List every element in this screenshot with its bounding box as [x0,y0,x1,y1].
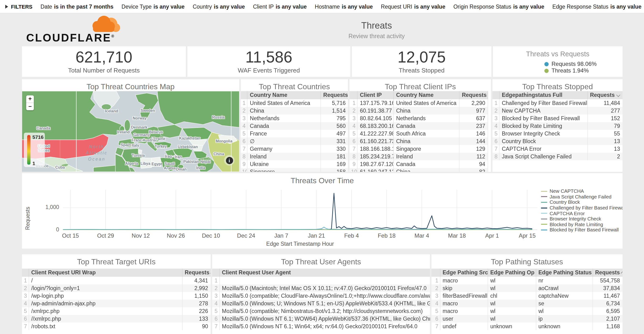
legend-label: Threats 1.94% [552,67,589,74]
filter-item[interactable]: Client IPis any value [253,4,306,9]
map-info-icon[interactable]: i [224,155,234,166]
table-header-row: Edge Pathing SrcEdge Pathing OpEdge Path… [432,269,622,277]
country-label: Uzbekistan [178,145,198,149]
sort-desc-icon [488,94,488,96]
panel-title: Top Threat Client IPs [350,79,491,91]
table-cell: Challenged by Filter Based Firewall [499,99,587,107]
table-cell: 2,290 [459,99,488,107]
filter-field: Date [40,4,52,9]
table-cell: Ukraine [247,160,320,168]
column-header: Edge Pathing Op [488,269,536,277]
table-row: 5/xmlrpc.php226 [22,307,211,315]
column-header[interactable]: Requests [320,91,348,99]
chart-legend-item[interactable]: Browser Integrity Check [541,216,622,222]
legend-line-icon [541,196,547,197]
filter-item[interactable]: Request URIis any value [381,4,445,9]
page-subtitle: Review threat activity [348,33,405,40]
table-cell: 188.166.188.152 [357,145,394,153]
table-cell: Java Script Challenge Failed [499,153,587,160]
table-cell: 79 [587,122,622,130]
chart-legend-item[interactable]: Blocked by Rate Limiting [541,222,622,227]
panel-title: Top Threat User Agents [212,254,430,266]
chart-legend-item[interactable]: Country Block [541,199,622,205]
row-number-header [492,91,499,99]
filter-item[interactable]: Countryis any value [192,4,245,9]
chart-legend-item[interactable]: Blocked by Filter Based Firewall [541,227,622,233]
table-row: 6//xmlrpc.php133 [22,315,211,322]
country-label: Cuba [55,165,65,170]
table-cell: 4,341 [182,277,211,284]
table-cell: Country Block [499,137,587,145]
row-number: 1 [22,277,28,284]
chart-legend-item[interactable]: CAPTCHA Error [541,211,622,216]
table-cell: 226 [182,307,211,315]
legend-series-label: New CAPTCHA [550,189,584,194]
table-cell: se [536,300,592,307]
table-row: 260.191.38.77China977 [350,107,488,115]
legend-label: Requests 98.06% [552,61,596,67]
table-row: 2Mozilla/5.0 (Macintosh; Intel Mac OS X … [212,284,430,292]
country-label: Mongolia [216,139,232,143]
threat-map[interactable]: CanadaUnited StatesMexicoCubaIcelandNorw… [22,91,239,172]
legend-dot-icon [544,62,549,66]
row-number: 7 [212,322,219,330]
row-number: 1 [240,99,247,107]
table-cell: wl [488,277,536,284]
legend-line-icon [541,213,547,214]
table-cell: 133 [182,315,211,322]
table-cell: 560 [320,122,348,130]
table-cell: nr [536,277,592,284]
filter-item[interactable]: Edge Response Statusis any value [552,4,642,9]
table-row: 9198.27.67.120Canada94 [350,160,488,168]
table-row: 5macrowlwl6,595 [432,307,622,315]
legend-line-icon [541,218,547,219]
y-tick-label: 1,000 [35,204,59,210]
table-cell: 6,595 [592,307,622,315]
column-header: Edge Pathing Status [536,269,592,277]
table-row: 5Mozilla/5.0 (compatible; Nimbostratus-B… [212,307,430,315]
table-cell: 11,484 [587,99,622,107]
row-number: 7 [22,322,28,330]
table-cell: 237 [459,122,488,130]
table-cell: ip [536,315,592,322]
table-cell: aoCrawl [536,284,592,292]
country-label: Egypt [152,162,162,166]
filter-item[interactable]: Device Typeis any value [122,4,185,9]
column-header[interactable]: Requests [587,91,622,99]
table-cell: captchaNew [536,292,592,300]
column-header[interactable]: Requests [459,91,488,99]
column-header[interactable]: Requests [182,269,211,277]
table-cell: ∅ [247,137,320,145]
top-threat-target-uris-panel: Top Threat Target URIs Client Request UR… [22,254,211,334]
row-number: 3 [492,115,499,122]
table-cell: 146 [459,130,488,137]
threats-vs-requests-panel: Threats vs Requests Requests 98.06%Threa… [493,46,622,77]
table-row: 468.183.200.167Canada237 [350,122,488,130]
table-row: 6userwlip2,107 [432,315,622,322]
map-zoom-in-button[interactable]: + [26,95,34,103]
panel-title: Top Threat Countries Map [22,79,239,91]
filter-item[interactable]: Origin Response Statusis any value [453,4,544,9]
filter-item[interactable]: Dateis in the past 7 months [40,4,114,9]
chart-legend-item[interactable]: Challenged by Filter Based Firewall [541,205,622,211]
table-cell: Ireland [247,153,320,160]
table-cell: 277 [587,107,622,115]
filter-item[interactable]: Hostnameis any value [315,4,373,9]
table-cell: 331 [320,137,348,145]
top-threats-stopped-table: Edgepathingstatus FullRequests1Challenge… [492,91,622,160]
series-line [63,193,532,230]
chart-legend-item[interactable]: New CAPTCHA [541,188,622,194]
column-header: Country Name [247,91,320,99]
row-number: 3 [350,115,357,122]
table-cell: wl [536,307,592,315]
map-zoom-out-button[interactable]: − [26,103,34,110]
table-row: 4Mozilla/5.0 (Windows; U; Windows NT 5.1… [212,300,430,307]
table-cell: Singapore [394,145,459,153]
table-cell: Blocked by Rate Limiting [499,122,587,130]
top-threat-countries-table: Country NameRequests1United States of Am… [240,91,348,172]
column-header[interactable]: Requests [592,269,622,277]
chart-legend-item[interactable]: Java Script Challenge Failed [541,194,622,199]
table-row: 541.222.227.98South Africa146 [350,130,488,137]
top-threats-stopped-panel: Top Threats Stopped Edgepathingstatus Fu… [492,79,622,172]
filters-toggle[interactable]: FILTERS [5,4,32,9]
